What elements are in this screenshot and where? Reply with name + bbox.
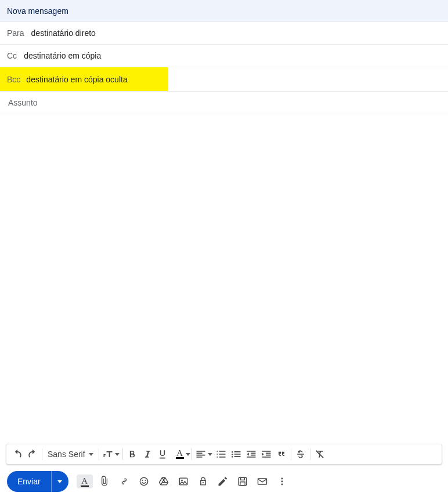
toolbar-separator	[99, 448, 99, 460]
cc-input[interactable]	[23, 50, 441, 61]
quote-icon	[276, 448, 287, 460]
format-a-icon: A	[81, 477, 88, 485]
toolbar-separator	[192, 448, 192, 460]
redo-button[interactable]	[25, 446, 40, 462]
compose-header: Nova mensagem	[0, 0, 448, 22]
save-icon	[237, 476, 248, 487]
send-button[interactable]: Enviar	[7, 471, 51, 492]
bottom-bar: Enviar A	[0, 468, 448, 495]
insert-drive-button[interactable]	[156, 473, 172, 490]
attach-file-button[interactable]	[96, 473, 113, 490]
strikethrough-button[interactable]	[293, 446, 308, 462]
image-icon	[178, 476, 189, 487]
indent-more-button[interactable]	[259, 446, 274, 462]
bcc-highlight: Bcc destinatário em cópia oculta	[0, 67, 168, 91]
font-family-select[interactable]: Sans Serif	[44, 446, 97, 462]
underline-button[interactable]	[155, 446, 170, 462]
to-label: Para	[7, 28, 24, 38]
svg-point-12	[281, 484, 283, 485]
remove-format-button[interactable]	[312, 446, 327, 462]
caret-down-icon	[57, 480, 62, 483]
subject-row[interactable]	[0, 92, 448, 114]
link-icon	[118, 476, 130, 487]
svg-point-5	[203, 482, 204, 483]
toolbar-separator	[291, 448, 291, 460]
message-body[interactable]	[0, 114, 448, 444]
caret-down-icon	[186, 453, 190, 456]
send-more-button[interactable]	[51, 471, 68, 492]
italic-icon	[142, 448, 153, 460]
save-button[interactable]	[234, 473, 251, 490]
cc-label: Cc	[7, 51, 17, 60]
confidential-mode-button[interactable]	[195, 473, 211, 490]
drive-icon	[158, 476, 169, 487]
bcc-row[interactable]: Bcc destinatário em cópia oculta	[0, 67, 448, 92]
bold-icon	[127, 448, 138, 460]
numbered-list-icon	[215, 448, 227, 460]
toolbar-separator	[310, 448, 310, 460]
strikethrough-icon	[295, 448, 306, 460]
bottom-icons: A	[77, 473, 290, 490]
caret-down-icon	[208, 453, 212, 456]
numbered-list-button[interactable]	[214, 446, 229, 462]
align-button[interactable]	[194, 446, 214, 462]
svg-rect-8	[240, 482, 245, 485]
bcc-value-text: destinatário em cópia oculta	[26, 75, 127, 84]
to-row[interactable]: Para	[0, 22, 448, 45]
formatting-options-button[interactable]: A	[77, 474, 93, 488]
send-group: Enviar	[7, 471, 68, 492]
indent-less-icon	[245, 448, 257, 460]
svg-rect-7	[240, 477, 244, 480]
insert-emoji-button[interactable]	[136, 473, 152, 490]
insert-photo-button[interactable]	[175, 473, 192, 490]
svg-point-2	[144, 480, 146, 481]
font-size-icon	[102, 448, 114, 460]
toolbar-separator	[42, 448, 42, 460]
compose-title: Nova mensagem	[7, 6, 68, 16]
emoji-icon	[138, 476, 150, 487]
svg-point-4	[181, 480, 183, 481]
bulleted-list-icon	[230, 448, 242, 460]
undo-icon	[12, 448, 23, 460]
send-label: Enviar	[17, 477, 41, 486]
indent-more-icon	[261, 448, 272, 460]
paperclip-icon	[99, 476, 110, 487]
select-contacts-button[interactable]	[254, 473, 270, 490]
subject-input[interactable]	[7, 97, 441, 108]
insert-link-button[interactable]	[116, 473, 132, 490]
caret-down-icon	[115, 453, 120, 456]
text-color-icon: A	[176, 450, 183, 456]
redo-icon	[27, 448, 38, 460]
more-vert-icon	[276, 476, 288, 487]
to-input[interactable]	[30, 28, 441, 38]
bcc-label: Bcc	[7, 75, 20, 84]
envelope-icon	[256, 476, 268, 487]
more-options-button[interactable]	[274, 473, 290, 490]
align-left-icon	[195, 448, 207, 460]
indent-less-button[interactable]	[244, 446, 259, 462]
svg-point-1	[142, 480, 143, 481]
svg-point-0	[140, 477, 147, 485]
underline-icon	[157, 448, 168, 460]
undo-button[interactable]	[10, 446, 25, 462]
font-family-value: Sans Serif	[48, 450, 85, 459]
text-color-button[interactable]: A	[170, 446, 190, 462]
format-toolbar: Sans Serif A	[6, 444, 442, 465]
svg-point-10	[281, 478, 283, 480]
bold-button[interactable]	[125, 446, 140, 462]
pen-icon	[217, 476, 229, 487]
remove-format-icon	[314, 448, 326, 460]
cc-row[interactable]: Cc	[0, 45, 448, 67]
toolbar-separator	[122, 448, 123, 460]
bulleted-list-button[interactable]	[229, 446, 244, 462]
insert-signature-button[interactable]	[215, 473, 231, 490]
italic-button[interactable]	[140, 446, 155, 462]
font-size-button[interactable]	[101, 446, 121, 462]
caret-down-icon	[89, 453, 93, 456]
quote-button[interactable]	[274, 446, 289, 462]
lock-clock-icon	[197, 476, 209, 487]
svg-point-11	[281, 481, 283, 483]
